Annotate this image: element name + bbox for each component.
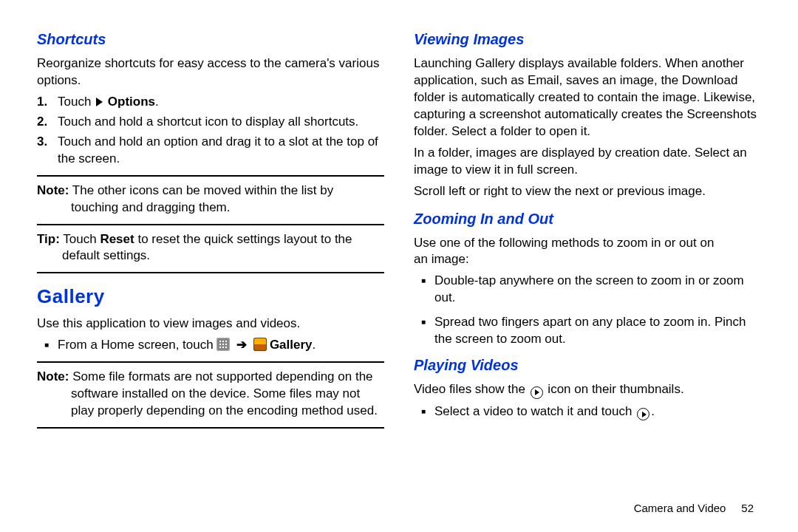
divider <box>37 175 384 177</box>
play-steps: ■ Select a video to watch it and touch . <box>414 403 761 421</box>
zoom-intro-2: an image: <box>414 251 761 268</box>
note-shortcuts: Note: The other icons can be moved withi… <box>37 183 384 216</box>
play-intro: Video files show the icon on their thumb… <box>414 381 761 399</box>
zoom-methods: ■Double-tap anywhere on the screen to zo… <box>414 273 761 348</box>
heading-shortcuts: Shortcuts <box>37 30 384 50</box>
viewing-p2: In a folder, images are displayed by cre… <box>414 145 761 179</box>
play-select: ■ Select a video to watch it and touch . <box>414 403 761 421</box>
footer-page-number: 52 <box>741 502 754 514</box>
page-footer: Camera and Video 52 <box>634 501 754 516</box>
heading-gallery: Gallery <box>37 284 384 310</box>
apps-grid-icon <box>216 338 230 351</box>
viewing-p3: Scroll left or right to view the next or… <box>414 183 761 200</box>
play-icon <box>637 408 649 420</box>
footer-section: Camera and Video <box>634 502 726 514</box>
play-icon <box>531 386 543 399</box>
shortcuts-intro: Reorganize shortcuts for easy access to … <box>37 55 384 89</box>
arrow-right-icon: ➔ <box>236 338 247 352</box>
left-column: Shortcuts Reorganize shortcuts for easy … <box>37 30 384 434</box>
gallery-launch-step: ■ From a Home screen, touch ➔ Gallery. <box>37 337 384 354</box>
divider <box>37 361 384 363</box>
zoom-double-tap: ■Double-tap anywhere on the screen to zo… <box>414 273 761 307</box>
step-3: 3. Touch and hold an option and drag it … <box>37 134 384 168</box>
divider <box>37 272 384 273</box>
zoom-pinch: ■Spread two fingers apart on any place t… <box>414 314 761 348</box>
viewing-p1: Launching Gallery displays available fol… <box>414 55 761 140</box>
chevron-right-icon <box>96 98 103 106</box>
heading-zooming: Zooming In and Out <box>414 209 761 229</box>
divider <box>37 427 384 429</box>
gallery-intro: Use this application to view images and … <box>37 316 384 332</box>
right-column: Viewing Images Launching Gallery display… <box>414 30 761 434</box>
divider <box>37 224 384 225</box>
heading-viewing-images: Viewing Images <box>414 30 761 50</box>
step-2: 2. Touch and hold a shortcut icon to dis… <box>37 114 384 131</box>
zoom-intro-1: Use one of the following methods to zoom… <box>414 235 761 252</box>
gallery-steps: ■ From a Home screen, touch ➔ Gallery. <box>37 337 384 354</box>
step-1: 1. Touch Options. <box>37 94 384 111</box>
shortcuts-steps: 1. Touch Options. 2. Touch and hold a sh… <box>37 94 384 168</box>
tip-shortcuts: Tip: Touch Reset to reset the quick sett… <box>37 231 384 265</box>
heading-playing-videos: Playing Videos <box>414 355 761 375</box>
note-gallery: Note: Some file formats are not supporte… <box>37 369 384 420</box>
gallery-app-icon <box>253 338 267 351</box>
